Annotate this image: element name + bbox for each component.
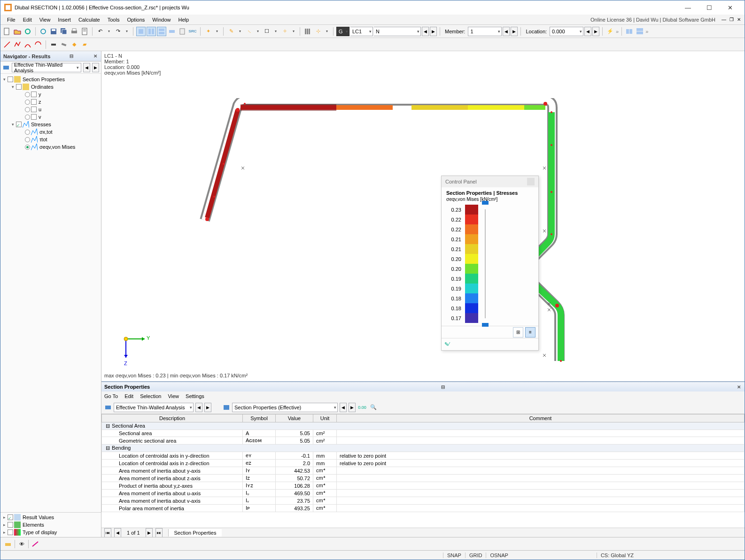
measure-button[interactable]: ⊹ [313,27,323,36]
layout2-button[interactable] [635,27,644,36]
edit1-button[interactable]: ✎ [226,27,236,36]
menu-tools[interactable]: Tools [104,17,124,23]
menu-insert[interactable]: Insert [54,17,75,23]
new-file-button[interactable] [2,27,12,36]
status-grid[interactable]: GRID [465,552,486,558]
tree-elements[interactable]: ▸Elements [0,521,101,529]
minimize-button[interactable]: — [677,2,698,13]
tree-type-of-display[interactable]: ▸Type of display [0,529,101,536]
tree-result-values[interactable]: ▸Result Values [0,514,101,521]
menu-help[interactable]: Help [174,17,193,23]
view3-button[interactable] [157,27,166,36]
location-next-button[interactable]: ▶ [592,27,599,36]
polyline-tool-button[interactable] [13,40,22,49]
control-panel-header[interactable]: Control Panel [442,176,538,187]
member-prev-button[interactable]: ◀ [503,27,510,36]
legend-slider[interactable] [478,205,489,323]
table-row[interactable]: Area moment of inertia about u-axisIᵤ469… [102,490,745,497]
calculator-button[interactable] [178,27,187,36]
menu-options[interactable]: Options [123,17,148,23]
view4-button[interactable] [167,27,177,36]
control-panel-close-icon[interactable] [527,178,535,185]
table-row[interactable]: Area moment of inertia about z-axisIᴢ50.… [102,475,745,482]
sp-table[interactable]: Description Symbol Value Unit Comment ⊟ … [101,414,745,528]
tree-stress-item[interactable]: τtot [0,136,101,143]
sp-menu-settings[interactable]: Settings [186,393,204,399]
maximize-button[interactable]: ☐ [698,2,720,13]
tree-ord-v[interactable]: v [0,113,101,121]
analysis-prev-button[interactable]: ◀ [83,63,90,72]
sp-search-button[interactable]: 🔍 [369,403,378,412]
edit2-button[interactable]: ⟍ [244,27,254,36]
sp-menu-view[interactable]: View [168,393,179,399]
analysis-dropdown[interactable]: Effective Thin-Walled Analysis [12,63,81,72]
table-row[interactable]: Location of centroidal axis in y-directi… [102,452,745,460]
tree-stress-item[interactable]: σeqv,von Mises [0,143,101,151]
table-row[interactable]: Geometric sectional areaAɢᴇᴏᴍ5.05cm² [102,437,745,445]
sp-restore-icon[interactable]: ⊟ [440,384,446,390]
save-button[interactable] [49,27,58,36]
tree-ord-z[interactable]: z [0,98,101,106]
table-group-row[interactable]: ⊟ Bending [102,445,745,452]
panel-close-icon[interactable]: ✕ [93,54,98,59]
edit3-button[interactable]: ☐ [262,27,272,36]
edit4-button[interactable]: ✧ [280,27,289,36]
sp-prev-button[interactable]: ◀ [114,528,121,537]
mdi-close-icon[interactable]: ✕ [736,17,742,23]
sp-last-button[interactable]: ⏭ [155,528,163,537]
src-button[interactable]: SRC [188,27,197,36]
lc-next-button[interactable]: ▶ [430,27,437,36]
sp-tab[interactable]: Section Properties [168,529,222,537]
table-row[interactable]: Area moment of inertia about v-axisIᵥ23.… [102,497,745,505]
cp-button-2[interactable]: ≡ [525,327,535,338]
view1-button[interactable] [136,27,146,36]
table-row[interactable]: Polar area moment of inertiaIᴘ493.25cm⁴ [102,505,745,512]
analysis-next-button[interactable]: ▶ [92,63,99,72]
element4-button[interactable]: ▰ [80,40,89,49]
tree-stress-item[interactable]: σx,tot [0,128,101,136]
bb-button1[interactable] [3,539,13,549]
canvas[interactable]: LC1 - N Member: 1 Location: 0.000 σeqv,v… [101,51,745,381]
member-next-button[interactable]: ▶ [511,27,518,36]
location-prev-button[interactable]: ◀ [584,27,591,36]
bb-line-button[interactable] [31,539,40,549]
report-button[interactable] [80,27,89,36]
lc-name-dropdown[interactable]: N [374,27,421,36]
arc2-tool-button[interactable] [33,40,43,49]
mdi-restore-icon[interactable]: ❐ [729,17,734,23]
redo-button[interactable]: ↷ [113,27,123,36]
sync-button[interactable] [39,27,48,36]
tree-ordinates[interactable]: ▾Ordinates [0,83,101,91]
status-snap[interactable]: SNAP [443,552,465,558]
sp-menu-selection[interactable]: Selection [140,393,161,399]
lc-number-dropdown[interactable]: LC1 [350,27,373,36]
element3-button[interactable]: ◆ [70,40,79,49]
flash-button[interactable]: ⚡ [605,27,615,36]
element2-button[interactable] [59,40,69,49]
sp-tb-next-button[interactable]: ▶ [349,403,356,412]
menu-view[interactable]: View [36,17,54,23]
control-panel[interactable]: Control Panel Section Properties | Stres… [441,176,539,351]
tree-section-properties[interactable]: ▾Section Properties [0,76,101,83]
panel-pin-icon[interactable]: ⊟ [69,54,74,59]
view2-button[interactable] [147,27,156,36]
status-osnap[interactable]: OSNAP [486,552,512,558]
sp-close-icon[interactable]: ✕ [736,384,742,390]
pencil-icon[interactable]: ✎⁄ [444,341,450,347]
lc-prev-button[interactable]: ◀ [422,27,429,36]
table-row[interactable]: Product of inertia about y,z-axesIʏᴢ106.… [102,482,745,490]
element1-button[interactable] [49,40,58,49]
sp-analysis-dropdown[interactable]: Effective Thin-Walled Analysis [114,403,194,412]
tree-ord-y[interactable]: y [0,91,101,98]
menu-file[interactable]: File [3,17,19,23]
close-button[interactable]: ✕ [720,2,741,13]
line-tool-button[interactable] [2,40,12,49]
sp-table-dropdown[interactable]: Section Properties (Effective) [232,403,338,412]
sp-tb-prev-button[interactable]: ◀ [340,403,347,412]
menu-edit[interactable]: Edit [19,17,36,23]
arc-tool-button[interactable] [23,40,32,49]
bb-eye-button[interactable]: 👁 [17,539,26,549]
table-row[interactable]: Area moment of inertia about y-axisIʏ442… [102,467,745,475]
sp-menu-edit[interactable]: Edit [124,393,133,399]
menu-calculate[interactable]: Calculate [75,17,104,23]
